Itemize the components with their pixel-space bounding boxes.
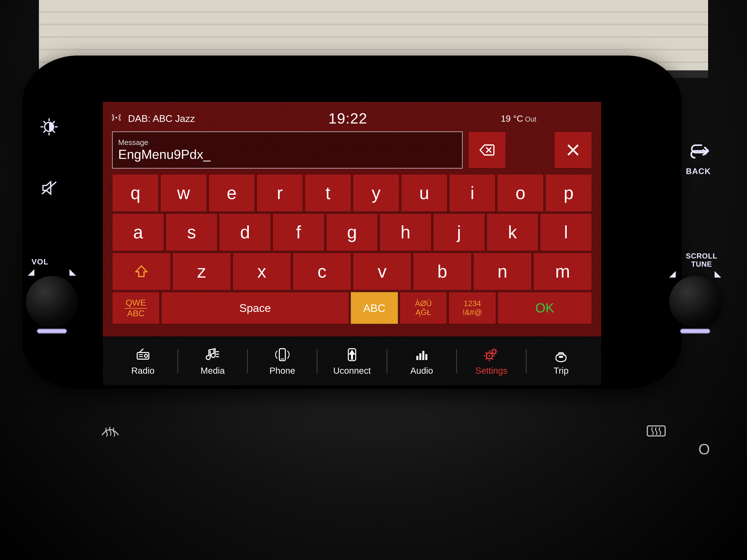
- settings-icon: [483, 347, 500, 363]
- nav-label: Media: [201, 366, 225, 376]
- sym-bottom: !&#@: [463, 308, 482, 317]
- brightness-button[interactable]: [39, 117, 59, 138]
- temperature: 19 °COut: [501, 113, 536, 124]
- nav-label: Phone: [269, 366, 295, 376]
- source-label: DAB: ABC Jazz: [128, 113, 195, 124]
- key-q[interactable]: q: [112, 174, 159, 212]
- input-row: Message EngMenu9Pdx_: [112, 132, 592, 168]
- keyboard-row-1: qwertyuiop: [112, 174, 592, 212]
- keyboard-row-4: QWE ABC Space ABC ÀØÜ ĄĞŁ 1234 !&#@ OK: [112, 292, 592, 324]
- key-i[interactable]: i: [449, 174, 496, 212]
- key-d[interactable]: d: [219, 213, 271, 251]
- keyboard-mode-toggle[interactable]: QWE ABC: [112, 292, 160, 324]
- bottom-nav: RadioMediaPhoneUconnectAudioSettingsTrip: [103, 337, 601, 385]
- nav-label: Settings: [475, 366, 508, 376]
- mode-top: QWE: [125, 298, 147, 309]
- diac-bottom: ĄĞŁ: [416, 308, 431, 317]
- key-a[interactable]: a: [112, 213, 164, 251]
- nav-label: Audio: [410, 366, 433, 376]
- key-e[interactable]: e: [208, 174, 255, 212]
- volume-knob[interactable]: [26, 276, 78, 328]
- key-l[interactable]: l: [540, 213, 592, 251]
- key-y[interactable]: y: [353, 174, 400, 212]
- key-g[interactable]: g: [326, 213, 378, 251]
- nav-phone[interactable]: Phone: [248, 347, 317, 376]
- key-x[interactable]: x: [233, 252, 291, 290]
- svg-rect-20: [422, 351, 424, 360]
- nav-uconnect[interactable]: Uconnect: [317, 347, 386, 376]
- key-z[interactable]: z: [172, 252, 231, 290]
- svg-line-11: [139, 348, 144, 352]
- dash-button-o[interactable]: O: [698, 441, 710, 458]
- nav-audio[interactable]: Audio: [387, 347, 456, 376]
- key-n[interactable]: n: [473, 252, 532, 290]
- key-r[interactable]: r: [256, 174, 303, 212]
- nav-settings[interactable]: Settings: [457, 347, 526, 376]
- svg-rect-19: [419, 353, 421, 360]
- svg-rect-21: [426, 354, 428, 360]
- screen-content: DAB: ABC Jazz 19:22 19 °COut Message Eng…: [103, 102, 601, 337]
- shift-key[interactable]: [112, 252, 171, 290]
- nav-radio[interactable]: Radio: [108, 347, 178, 376]
- volume-label: VOL: [31, 258, 49, 266]
- svg-rect-18: [416, 356, 418, 360]
- key-f[interactable]: f: [273, 213, 325, 251]
- key-h[interactable]: h: [380, 213, 432, 251]
- key-s[interactable]: s: [165, 213, 218, 251]
- radio-icon: [135, 347, 151, 363]
- svg-rect-25: [559, 356, 563, 358]
- touchscreen: DAB: ABC Jazz 19:22 19 °COut Message Eng…: [103, 102, 601, 385]
- svg-point-23: [489, 355, 490, 357]
- key-b[interactable]: b: [413, 252, 472, 290]
- message-input[interactable]: Message EngMenu9Pdx_: [112, 132, 463, 168]
- key-j[interactable]: j: [433, 213, 485, 251]
- key-c[interactable]: c: [292, 252, 351, 290]
- key-p[interactable]: p: [545, 174, 592, 212]
- keyboard: qwertyuiop asdfghjkl zxcvbnm QWE ABC Spa…: [112, 174, 592, 324]
- volume-knob-arrows: ◢◣: [28, 267, 76, 277]
- key-w[interactable]: w: [160, 174, 207, 212]
- key-u[interactable]: u: [401, 174, 447, 212]
- abc-key[interactable]: ABC: [351, 292, 398, 324]
- status-bar: DAB: ABC Jazz 19:22 19 °COut: [112, 109, 592, 128]
- keyboard-row-2: asdfghjkl: [112, 213, 592, 251]
- key-v[interactable]: v: [353, 252, 411, 290]
- defrost-rear-button[interactable]: [645, 422, 667, 442]
- space-key[interactable]: Space: [161, 292, 349, 324]
- temperature-value: 19 °C: [501, 114, 523, 124]
- mute-button[interactable]: [39, 178, 59, 199]
- svg-point-24: [492, 350, 496, 354]
- diac-top: ÀØÜ: [415, 299, 432, 308]
- phone-icon: [274, 347, 291, 363]
- source-prefix: DAB:: [128, 113, 150, 124]
- nav-media[interactable]: Media: [178, 347, 247, 376]
- nav-label: Radio: [131, 366, 155, 376]
- key-o[interactable]: o: [497, 174, 544, 212]
- trip-icon: [553, 347, 569, 363]
- back-button[interactable]: [690, 141, 710, 162]
- defrost-front-button[interactable]: [100, 422, 121, 442]
- ok-key[interactable]: OK: [498, 292, 592, 324]
- diacritics-key[interactable]: ÀØÜ ĄĞŁ: [400, 292, 447, 324]
- input-row-spacer: [512, 132, 548, 168]
- audio-icon: [413, 347, 430, 363]
- nav-trip[interactable]: Trip: [526, 347, 596, 376]
- sym-top: 1234: [464, 299, 481, 308]
- svg-point-8: [145, 354, 148, 357]
- message-label: Message: [118, 138, 457, 147]
- uconnect-icon: [344, 347, 360, 363]
- key-t[interactable]: t: [305, 174, 351, 212]
- nav-label: Uconnect: [333, 366, 371, 376]
- temperature-suffix: Out: [525, 115, 536, 123]
- nav-label: Trip: [553, 366, 569, 376]
- symbols-key[interactable]: 1234 !&#@: [448, 292, 496, 324]
- close-button[interactable]: [554, 132, 592, 168]
- tune-knob[interactable]: [669, 276, 721, 328]
- svg-point-2: [115, 117, 117, 118]
- keyboard-row-3: zxcvbnm: [112, 252, 592, 290]
- source-name: ABC Jazz: [153, 113, 195, 124]
- key-m[interactable]: m: [533, 252, 592, 290]
- key-k[interactable]: k: [487, 213, 539, 251]
- backspace-button[interactable]: [468, 132, 506, 168]
- signal-icon: [112, 113, 121, 124]
